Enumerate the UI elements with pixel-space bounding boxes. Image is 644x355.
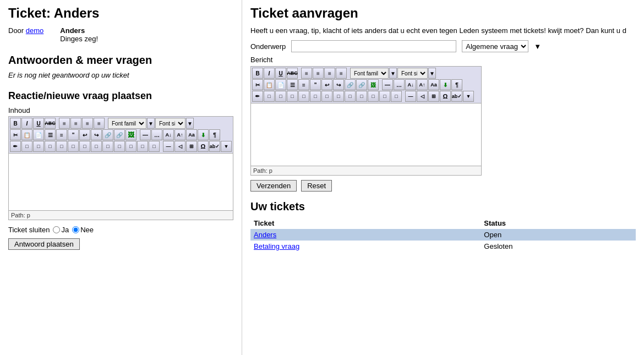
tb-btn-3e[interactable]: □ [56,141,67,152]
tb-omega-btn[interactable]: Ω [198,141,209,152]
right-cut-button[interactable]: ✂ [252,79,263,90]
unlink-button[interactable]: 🔗 [114,129,125,140]
ul-button[interactable]: ☰ [45,129,56,140]
right-image-button[interactable]: 🖼 [368,79,379,90]
right-underline-button[interactable]: U [275,68,286,79]
r-tb-3h[interactable]: □ [333,91,344,102]
r-tb-3d[interactable]: □ [287,91,298,102]
cut-button[interactable]: ✂ [10,129,21,140]
right-align-justify[interactable]: ≡ [336,68,347,79]
undo-button[interactable]: ↩ [79,129,90,140]
tb-btn-3l[interactable]: □ [137,141,148,152]
r-tb-3j[interactable]: □ [356,91,367,102]
copy-button[interactable]: 📋 [21,129,32,140]
right-insert-button[interactable]: ⬇ [440,79,451,90]
blockquote-button[interactable]: " [68,129,79,140]
tb-btn-3i[interactable]: □ [102,141,113,152]
r-tb-3m[interactable]: □ [391,91,402,102]
tb-dropdown-btn[interactable]: ▼ [221,141,232,152]
right-font-size-dropdown[interactable]: ▼ [428,68,436,79]
right-editor-area[interactable] [251,103,481,164]
align-justify-button[interactable]: ≡ [94,118,105,129]
ol-button[interactable]: ≡ [56,129,67,140]
font-size-select[interactable]: Font size [155,118,185,129]
radio-ja-label[interactable]: Ja [53,226,69,234]
right-align-center[interactable]: ≡ [313,68,324,79]
tb-btn-3d[interactable]: □ [45,141,56,152]
ticket-link[interactable]: Anders [254,231,276,239]
r-tb-3e[interactable]: □ [298,91,309,102]
insert-button[interactable]: ⬇ [198,129,209,140]
right-italic-button[interactable]: I [264,68,275,79]
pilcrow-button[interactable]: ¶ [209,129,220,140]
r-tb-angle-btn[interactable]: ◁ [417,91,428,102]
italic-button[interactable]: I [21,118,32,129]
image-button[interactable]: 🖼 [125,129,137,140]
right-font-family-dropdown[interactable]: ▼ [389,68,397,79]
right-unlink-button[interactable]: 🔗 [356,79,367,90]
paste-button[interactable]: 📄 [33,129,44,140]
right-paste-button[interactable]: 📄 [275,79,286,90]
tb-angle-btn[interactable]: ◁ [174,141,185,152]
right-align-right[interactable]: ≡ [324,68,335,79]
tb-btn-3f[interactable]: □ [68,141,79,152]
font-family-dropdown[interactable]: ▼ [147,118,155,129]
reset-button[interactable]: Reset [301,180,332,192]
align-center-button[interactable]: ≡ [70,118,81,129]
send-button[interactable]: Verzenden [250,180,297,192]
right-ul-button[interactable]: ☰ [287,79,298,90]
tb-dash-btn[interactable]: — [163,141,174,152]
right-link-button[interactable]: 🔗 [345,79,356,90]
right-pilcrow-button[interactable]: ¶ [451,79,462,90]
right-bold-button[interactable]: B [252,68,263,79]
sup-button[interactable]: A↑ [174,129,185,140]
radio-ja[interactable] [53,226,60,233]
align-right-button[interactable]: ≡ [82,118,93,129]
r-tb-3b[interactable]: □ [264,91,275,102]
right-blockquote-button[interactable]: " [310,79,321,90]
bold-button[interactable]: B [10,118,21,129]
strikethrough-button[interactable]: ABC [45,118,56,129]
r-tb-3l[interactable]: □ [379,91,390,102]
r-tb-3f[interactable]: □ [310,91,321,102]
align-left-button[interactable]: ≡ [59,118,70,129]
ticket-link[interactable]: Betaling vraag [254,242,299,250]
tb-btn-3b[interactable]: □ [21,141,32,152]
right-copy-button[interactable]: 📋 [264,79,275,90]
tb-btn-3h[interactable]: □ [91,141,102,152]
tb-btn-3j[interactable]: □ [114,141,125,152]
right-dots-button[interactable]: … [394,79,405,90]
r-tb-omega-btn[interactable]: Ω [440,91,451,102]
right-strike-button[interactable]: ABC [287,68,298,79]
tb-table-btn[interactable]: ⊞ [186,141,197,152]
sub-button[interactable]: A↓ [163,129,174,140]
right-align-left[interactable]: ≡ [301,68,312,79]
tb-btn-3m[interactable]: □ [149,141,160,152]
tb-spellcheck-btn[interactable]: ab✓ [209,141,220,152]
right-redo-button[interactable]: ↪ [333,79,344,90]
r-tb-3i[interactable]: □ [345,91,356,102]
tb-btn-3c[interactable]: □ [33,141,44,152]
right-edit-button[interactable]: ✏ [252,91,263,102]
format-button[interactable]: Aa [186,129,197,140]
right-font-size-select[interactable]: Font size [397,68,428,79]
left-editor-area[interactable] [9,154,233,209]
r-tb-3c[interactable]: □ [275,91,286,102]
underline-button[interactable]: U [33,118,44,129]
font-family-select[interactable]: Font family [108,118,146,129]
tb-btn-3k[interactable]: □ [125,141,137,152]
r-tb-spell-btn[interactable]: ab✓ [451,91,462,102]
hr-button[interactable]: — [140,129,151,140]
submit-reply-button[interactable]: Antwoord plaatsen [8,238,80,250]
right-format-button[interactable]: Aa [428,79,439,90]
edit-button[interactable]: ✏ [10,141,21,152]
r-tb-table-btn[interactable]: ⊞ [428,91,439,102]
redo-button[interactable]: ↪ [91,129,102,140]
radio-nee-label[interactable]: Nee [72,226,94,234]
r-tb-dropdown-btn[interactable]: ▼ [463,91,474,102]
right-font-family-select[interactable]: Font family [350,68,389,79]
link-button[interactable]: 🔗 [102,129,113,140]
onderwerp-input[interactable] [291,40,456,52]
r-tb-3k[interactable]: □ [368,91,379,102]
right-sup-button[interactable]: A↑ [417,79,428,90]
